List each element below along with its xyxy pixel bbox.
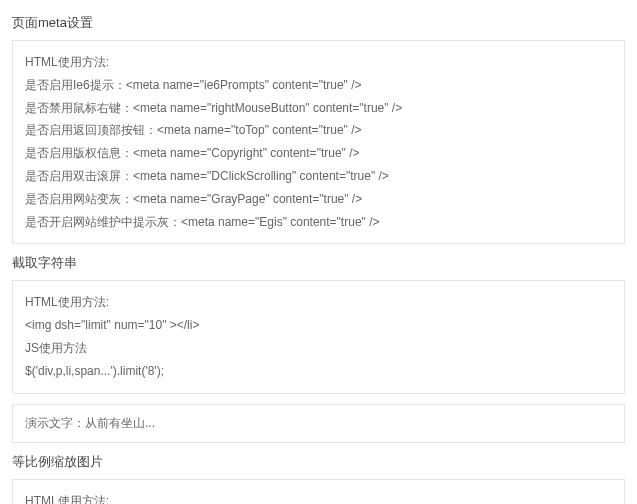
demo-text: 演示文字：从前有坐山... <box>25 416 155 430</box>
code-panel-meta: HTML使用方法: 是否启用Ie6提示：<meta name="ie6Promp… <box>12 40 625 244</box>
code-line: $('div,p,li,span...').limit('8'); <box>25 360 612 383</box>
code-line: HTML使用方法: <box>25 51 612 74</box>
code-line: 是否开启网站维护中提示灰：<meta name="Egis" content="… <box>25 211 612 234</box>
demo-panel-limit: 演示文字：从前有坐山... <box>12 404 625 443</box>
code-panel-imgauto: HTML使用方法: <p dsh="imgAuto" width="80" he… <box>12 479 625 504</box>
code-line: 是否启用返回顶部按钮：<meta name="toTop" content="t… <box>25 119 612 142</box>
section-title-imgauto: 等比例缩放图片 <box>12 453 625 471</box>
code-line: JS使用方法 <box>25 337 612 360</box>
code-line: 是否启用网站变灰：<meta name="GrayPage" content="… <box>25 188 612 211</box>
code-line: 是否禁用鼠标右键：<meta name="rightMouseButton" c… <box>25 97 612 120</box>
section-title-limit: 截取字符串 <box>12 254 625 272</box>
code-line: <img dsh="limit" num="10" ></li> <box>25 314 612 337</box>
code-line: 是否启用版权信息：<meta name="Copyright" content=… <box>25 142 612 165</box>
code-line: 是否启用Ie6提示：<meta name="ie6Prompts" conten… <box>25 74 612 97</box>
code-line: 是否启用双击滚屏：<meta name="DClickScrolling" co… <box>25 165 612 188</box>
code-panel-limit: HTML使用方法: <img dsh="limit" num="10" ></l… <box>12 280 625 393</box>
code-line: HTML使用方法: <box>25 291 612 314</box>
code-line: HTML使用方法: <box>25 490 612 504</box>
section-title-meta: 页面meta设置 <box>12 14 625 32</box>
